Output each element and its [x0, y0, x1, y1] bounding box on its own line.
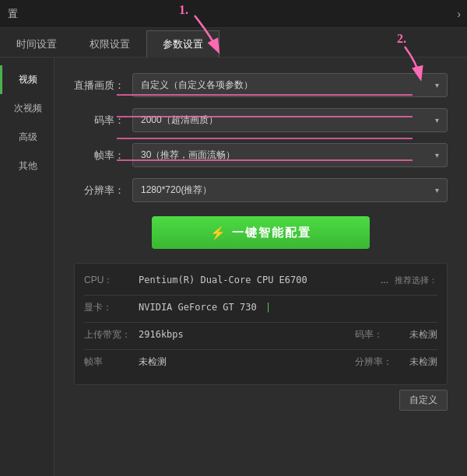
- sidebar: 视频 次视频 高级 其他: [0, 58, 54, 476]
- bitrate-select[interactable]: 2000（超清画质） ▾: [132, 108, 448, 132]
- framerate-value: 30（推荐，画面流畅）: [141, 149, 235, 162]
- bitrate-label: 码率：: [74, 114, 125, 128]
- upload-value: 2916kbps: [139, 329, 346, 340]
- smart-config-label: 一键智能配置: [232, 226, 311, 240]
- tabs-bar: 时间设置 权限设置 参数设置: [0, 28, 467, 58]
- framerate-select[interactable]: 30（推荐，画面流畅） ▾: [132, 143, 448, 167]
- tab-time[interactable]: 时间设置: [0, 30, 73, 58]
- content-area: 直播画质： 自定义（自定义各项参数） ▾ 码率： 2000（超清画质） ▾ 帧率…: [54, 58, 467, 476]
- separator-2: [84, 322, 437, 323]
- upload-label: 上传带宽：: [84, 328, 139, 341]
- main-layout: 视频 次视频 高级 其他 直播画质： 自定义（自定义各项参数） ▾ 码率： 20…: [0, 58, 467, 476]
- rec-right-label: 推荐选择：: [395, 275, 437, 286]
- bitrate-arrow-icon: ▾: [435, 116, 439, 124]
- sidebar-item-subvideo[interactable]: 次视频: [0, 94, 54, 123]
- separator-1: [84, 295, 437, 296]
- quality-row: 直播画质： 自定义（自定义各项参数） ▾: [74, 73, 448, 97]
- quality-value: 自定义（自定义各项参数）: [141, 79, 253, 92]
- custom-area: 自定义: [74, 390, 448, 411]
- sidebar-item-video[interactable]: 视频: [0, 65, 54, 94]
- fps-label: 帧率: [84, 355, 139, 369]
- bitrate2-label: 码率：: [355, 328, 409, 341]
- quality-arrow-icon: ▾: [435, 81, 439, 89]
- title-bar: 置 ›: [0, 0, 467, 28]
- sidebar-item-advanced[interactable]: 高级: [0, 123, 54, 152]
- bitrate2-value: 未检测: [409, 328, 437, 341]
- framerate-row: 帧率： 30（推荐，画面流畅） ▾: [74, 143, 448, 167]
- separator-3: [84, 349, 437, 350]
- sidebar-item-other[interactable]: 其他: [0, 152, 54, 180]
- fps-value: 未检测: [139, 355, 346, 369]
- quality-label: 直播画质：: [74, 79, 125, 93]
- resolution-select[interactable]: 1280*720(推荐） ▾: [132, 178, 448, 202]
- framerate-label: 帧率：: [74, 149, 125, 163]
- cpu-label: CPU：: [84, 274, 139, 287]
- gpu-pipe: |: [265, 302, 271, 313]
- lightning-icon: ⚡: [210, 226, 227, 240]
- res-label: 分辨率：: [355, 355, 409, 369]
- bitrate-value: 2000（超清画质）: [141, 114, 218, 127]
- gpu-label: 显卡：: [84, 301, 139, 314]
- framerate-arrow-icon: ▾: [435, 151, 439, 159]
- resolution-row: 分辨率： 1280*720(推荐） ▾: [74, 178, 448, 202]
- resolution-value: 1280*720(推荐）: [141, 184, 212, 197]
- resolution-label: 分辨率：: [74, 184, 125, 198]
- custom-badge[interactable]: 自定义: [399, 390, 448, 411]
- upload-row: 上传带宽： 2916kbps 码率： 未检测: [84, 326, 437, 343]
- quality-select[interactable]: 自定义（自定义各项参数） ▾: [132, 73, 448, 97]
- cpu-dots: ...: [381, 275, 388, 285]
- title-text: 置: [8, 7, 18, 21]
- tab-params[interactable]: 参数设置: [146, 30, 219, 58]
- cpu-row: CPU： Pentium(R) Dual-Core CPU E6700 ... …: [84, 271, 437, 289]
- tab-permissions[interactable]: 权限设置: [73, 30, 146, 58]
- resolution-arrow-icon: ▾: [435, 186, 439, 194]
- last-info-row: 帧率 未检测 分辨率： 未检测: [84, 353, 437, 370]
- bitrate-row: 码率： 2000（超清画质） ▾: [74, 108, 448, 132]
- info-panel: CPU： Pentium(R) Dual-Core CPU E6700 ... …: [74, 263, 448, 385]
- close-button[interactable]: ›: [457, 8, 461, 20]
- gpu-value: NVIDIA GeForce GT 730 |: [139, 302, 437, 313]
- res-value: 未检测: [409, 355, 437, 369]
- cpu-value: Pentium(R) Dual-Core CPU E6700: [139, 275, 377, 285]
- gpu-row: 显卡： NVIDIA GeForce GT 730 |: [84, 299, 437, 316]
- smart-config-button[interactable]: ⚡ 一键智能配置: [152, 216, 370, 249]
